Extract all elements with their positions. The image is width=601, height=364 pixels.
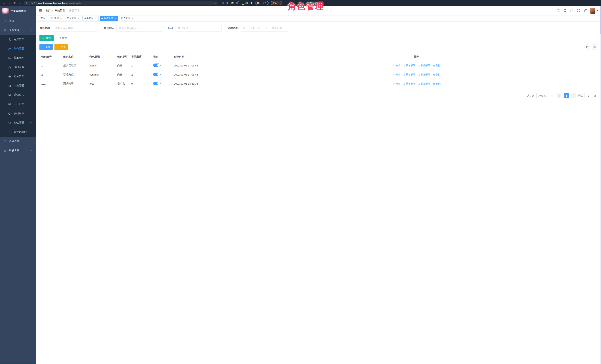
cell-role-id: 101 <box>40 82 61 85</box>
sidebar-item-online-users[interactable]: 在线用户 <box>0 109 36 118</box>
add-button[interactable]: 新增 <box>40 44 53 50</box>
sidebar-item-user-mgmt[interactable]: 用户管理 <box>0 35 36 44</box>
sidebar-item-dept-mgmt[interactable]: 部门管理 <box>0 63 36 72</box>
close-icon[interactable]: × <box>114 17 116 20</box>
menu-permission-link[interactable]: 菜单权限 <box>403 73 415 76</box>
app-title: 芋道管理系统 <box>10 10 26 13</box>
status-toggle[interactable] <box>153 63 160 67</box>
data-permission-link[interactable]: 数据权限 <box>418 73 431 76</box>
delete-link[interactable]: 删除 <box>433 64 441 67</box>
circle-check-icon <box>8 121 11 124</box>
add-button-label: 新增 <box>46 46 50 49</box>
page-number-button[interactable]: 1 <box>564 93 569 98</box>
font-size-icon[interactable]: TT <box>584 9 587 12</box>
sidebar-item-label: 错误码管理 <box>14 130 27 134</box>
close-icon[interactable]: × <box>77 17 80 20</box>
edit-link[interactable]: 修改 <box>393 64 401 67</box>
circle-check-icon <box>418 73 420 76</box>
sidebar-item-dev-tools[interactable]: 研发工具 <box>0 146 36 155</box>
prev-page-button[interactable]: ‹ <box>557 93 562 98</box>
menu-permission-link[interactable]: 菜单权限 <box>403 82 415 85</box>
breadcrumb-home[interactable]: 首页 <box>45 9 50 12</box>
cell-created-time: 2021-01-05 17:03:48 <box>172 73 234 76</box>
tab-home[interactable]: 首页 <box>39 16 47 21</box>
browser-forward-icon[interactable]: → <box>7 1 12 5</box>
status-toggle[interactable] <box>153 73 160 76</box>
tab-user-mgmt[interactable]: 用户管理 × <box>119 16 135 21</box>
refresh-table-button[interactable] <box>584 44 590 50</box>
sidebar-item-home[interactable]: 首页 <box>0 16 36 26</box>
sidebar-item-notice[interactable]: 通知公告 <box>0 90 36 100</box>
extension-icon[interactable]: 7 <box>231 2 234 4</box>
goto-page-input[interactable] <box>584 93 592 98</box>
browser-reload-icon[interactable]: ↻ <box>12 1 17 5</box>
browser-back-icon[interactable]: ← <box>2 1 7 5</box>
reset-button[interactable]: 重置 <box>56 35 70 41</box>
next-page-button[interactable]: › <box>571 93 576 98</box>
sidebar-item-dict-mgmt[interactable]: 字典管理 <box>0 81 36 90</box>
export-button[interactable]: 导出 <box>54 44 68 50</box>
form-icon <box>8 103 11 106</box>
sidebar-item-errcode-mgmt[interactable]: 错误码管理 <box>0 127 36 137</box>
page-size-select[interactable]: 10条/页 <box>536 93 555 98</box>
extensions-puzzle-icon[interactable]: ✚ <box>250 2 253 4</box>
tab-post-mgmt[interactable]: 岗位管理 × <box>65 16 81 21</box>
profile-paused-button[interactable]: 已暂停 <box>255 1 269 5</box>
close-icon[interactable]: × <box>131 17 133 20</box>
sidebar-item-sms-mgmt[interactable]: 短信管理 <box>0 118 36 127</box>
scrollbar-thumb[interactable] <box>600 6 601 34</box>
code-icon <box>8 130 11 134</box>
column-settings-button[interactable] <box>592 44 597 50</box>
sidebar-item-role-mgmt[interactable]: 角色管理 <box>0 44 36 53</box>
github-icon[interactable] <box>563 9 567 12</box>
download-icon <box>57 46 60 48</box>
fullscreen-icon[interactable] <box>577 9 580 12</box>
data-permission-link[interactable]: 数据权限 <box>418 64 431 67</box>
bookmark-star-icon[interactable]: ☆ <box>214 2 216 4</box>
address-bar[interactable]: ⚠ 不安全 dashboard.yudao.iocoder.cn /system… <box>24 1 218 5</box>
app-logo-image <box>2 8 9 14</box>
created-date-range-picker[interactable]: 开始日期 - 结束日期 <box>240 25 288 31</box>
breadcrumb-system[interactable]: 系统管理 <box>55 9 65 12</box>
browser-update-button[interactable]: 更新 ⋮ <box>271 1 282 5</box>
tab-menu-mgmt[interactable]: 菜单管理 × <box>82 16 99 21</box>
cell-role-type: 内置 <box>115 64 130 67</box>
status-select[interactable]: 角色状态 <box>176 25 222 31</box>
role-name-input[interactable] <box>52 25 98 31</box>
search-button[interactable]: 搜索 <box>40 35 54 41</box>
goto-label: 前往 <box>578 94 583 97</box>
sidebar-item-system[interactable]: 系统管理 <box>0 26 36 35</box>
edit-link[interactable]: 修改 <box>393 82 401 85</box>
extension-icon[interactable] <box>240 2 243 4</box>
cell-created-time: 2021-01-05 17:03:48 <box>172 64 234 67</box>
search-icon[interactable] <box>557 9 560 12</box>
role-key-input[interactable] <box>117 25 162 31</box>
close-icon[interactable]: × <box>94 17 97 20</box>
browser-home-icon[interactable]: ⌂ <box>17 1 22 5</box>
extension-icon[interactable] <box>221 2 224 4</box>
browser-menu-icon[interactable]: ⋮ <box>278 2 280 4</box>
edit-link[interactable]: 修改 <box>393 73 401 76</box>
delete-link[interactable]: 删除 <box>433 73 441 76</box>
extension-icon[interactable] <box>236 2 238 4</box>
avatar-caret-icon[interactable]: ▾ <box>597 10 598 12</box>
status-toggle[interactable] <box>153 82 160 85</box>
app-logo-link[interactable]: 芋道管理系统 <box>0 6 36 16</box>
delete-link[interactable]: 删除 <box>433 82 441 85</box>
tags-view: 首页 部门管理 × 岗位管理 × 菜单管理 × 角色管理 × 用户管理 × <box>36 15 601 21</box>
sidebar-item-audit-log[interactable]: 审计日志 <box>0 100 36 109</box>
help-icon[interactable]: ? <box>570 9 573 12</box>
tab-dept-mgmt[interactable]: 部门管理 × <box>48 16 64 21</box>
page-scrollbar[interactable] <box>600 6 601 364</box>
extension-icon[interactable] <box>226 2 229 4</box>
sidebar-item-menu-mgmt[interactable]: 菜单管理 <box>0 53 36 63</box>
hamburger-icon[interactable] <box>39 9 42 12</box>
extension-icon[interactable] <box>245 2 248 4</box>
data-permission-link[interactable]: 数据权限 <box>418 82 431 85</box>
tab-role-mgmt[interactable]: 角色管理 × <box>100 16 118 21</box>
sidebar-item-infrastructure[interactable]: 基础设施 <box>0 137 36 146</box>
sidebar-item-post-mgmt[interactable]: 岗位管理 <box>0 72 36 81</box>
user-avatar[interactable] <box>590 8 595 14</box>
menu-permission-link[interactable]: 菜单权限 <box>403 64 415 67</box>
close-icon[interactable]: × <box>60 17 62 20</box>
